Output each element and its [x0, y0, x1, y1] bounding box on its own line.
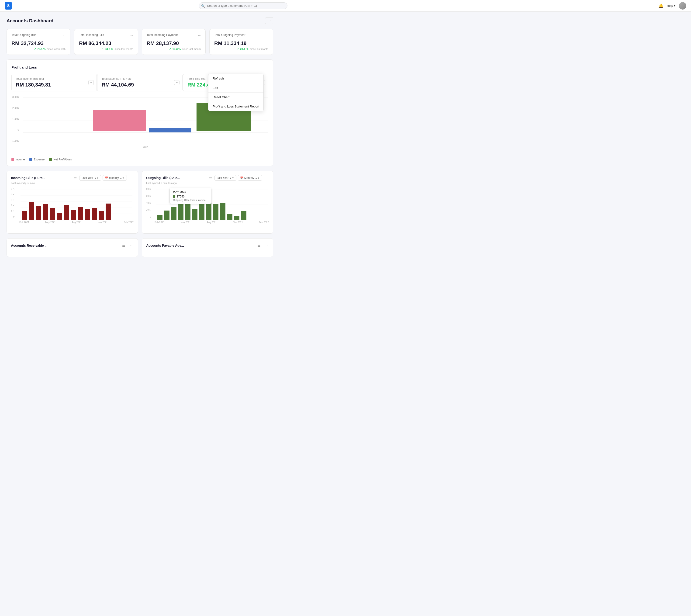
page-more-button[interactable]: ···	[265, 17, 273, 24]
legend-item: Net Profit/Loss	[49, 158, 72, 161]
accounts-receivable-header: Accounts Receivable ... ⚌ ···	[11, 243, 134, 248]
dropdown-menu-item[interactable]: Profit and Loss Statement Report	[208, 102, 263, 111]
kpi-row: Total Outgoing Bills ··· RM 32,724.93 ↗ …	[6, 29, 273, 55]
pl-collapse-button[interactable]: −	[174, 80, 179, 85]
svg-rect-11	[22, 211, 27, 220]
kpi-card-footer: ↗ 73.4 % since last month	[12, 47, 66, 50]
dropdown-menu-item[interactable]: Refresh	[208, 74, 263, 83]
page-title: Accounts Dashboard	[6, 18, 53, 24]
in-x-aug2021: Aug 2021	[72, 221, 82, 224]
kpi-card-total-outgoing-payment: Total Outgoing Payment ··· RM 11,334.19 …	[209, 29, 273, 55]
outgoing-bills-title: Outgoing Bills (Sale...	[146, 176, 180, 180]
kpi-pct: 23.1 %	[240, 48, 248, 50]
outgoing-bills-period-dropdown[interactable]: Last Year ▲▼	[215, 175, 237, 181]
accounts-payable-filter-button[interactable]: ⚌	[256, 243, 262, 248]
kpi-arrow-icon: ↗	[102, 47, 104, 50]
kpi-card-value: RM 32,724.93	[12, 40, 66, 46]
svg-rect-23	[106, 203, 111, 220]
incoming-bills-frequency-dropdown[interactable]: 📅 Monthly ▲▼	[103, 175, 127, 181]
pl-summary-item-1: Total Expense This Year RM 44,104.69 −	[97, 74, 182, 91]
svg-rect-36	[206, 201, 211, 220]
help-button[interactable]: Help ▾	[667, 4, 676, 7]
outgoing-bills-frequency-dropdown[interactable]: 📅 Monthly ▲▼	[238, 175, 262, 181]
svg-rect-33	[185, 197, 191, 220]
kpi-card-title: Total Outgoing Payment	[214, 34, 245, 37]
incoming-bills-controls: ⚌ Last Year ▲▼ 📅 Monthly ▲▼ ···	[72, 175, 134, 181]
user-avatar[interactable]	[679, 2, 686, 9]
outgoing-bills-panel: Outgoing Bills (Sale... ⚌ Last Year ▲▼ 📅…	[142, 171, 273, 234]
profit-loss-more-button[interactable]: ···	[263, 64, 268, 70]
kpi-card-more-button[interactable]: ···	[63, 34, 66, 37]
bottom-row: Accounts Receivable ... ⚌ ··· Accounts P…	[6, 238, 273, 257]
out-calendar-icon: 📅	[240, 176, 243, 179]
outgoing-bills-subtitle: Last synced 6 minutes ago	[146, 182, 269, 184]
svg-rect-35	[199, 193, 204, 220]
kpi-card-title: Total Incoming Payment	[147, 34, 178, 37]
outgoing-bills-chart	[155, 190, 269, 220]
in-y-2k: 2 K	[11, 204, 15, 207]
search-bar[interactable]: 🔍	[199, 2, 287, 9]
main-content: Accounts Dashboard ··· Total Outgoing Bi…	[0, 12, 280, 263]
svg-rect-32	[178, 203, 183, 220]
kpi-card-footer: ↗ 33.2 % since last month	[79, 47, 133, 50]
y-axis-300k: 300 K	[13, 95, 19, 98]
svg-rect-12	[29, 202, 34, 220]
incoming-bills-more-button[interactable]: ···	[128, 175, 134, 181]
app-logo: S	[5, 2, 12, 9]
topnav: S 🔍 🔔 Help ▾	[0, 0, 691, 12]
kpi-card-more-button[interactable]: ···	[266, 34, 268, 37]
income-bar	[93, 110, 146, 131]
kpi-card-header: Total Outgoing Bills ···	[12, 34, 66, 37]
in-y-1k: 1 K	[11, 210, 15, 213]
kpi-card-header: Total Incoming Bills ···	[79, 34, 133, 37]
incoming-bills-filter-button[interactable]: ⚌	[72, 175, 78, 181]
in-x-feb2022: Feb 2022	[124, 221, 134, 224]
incoming-bills-subtitle: Last synced just now	[11, 182, 134, 184]
kpi-since: since last month	[115, 48, 133, 50]
kpi-card-total-outgoing-bills: Total Outgoing Bills ··· RM 32,724.93 ↗ …	[6, 29, 70, 55]
profit-loss-panel: Profit and Loss ⚌ ··· Total Income This …	[6, 60, 273, 166]
panels-row: Incoming Bills (Purc... ⚌ Last Year ▲▼ 📅…	[6, 171, 273, 234]
svg-rect-22	[98, 211, 104, 220]
dropdown-menu-item[interactable]: Reset Chart	[208, 92, 263, 102]
pl-summary-value: RM 44,104.69	[102, 82, 178, 88]
out-y-60k: 60 K	[146, 195, 151, 197]
kpi-arrow-icon: ↗	[169, 47, 171, 50]
kpi-card-more-button[interactable]: ···	[130, 34, 133, 37]
pl-collapse-button[interactable]: −	[88, 80, 94, 85]
kpi-card-title: Total Incoming Bills	[79, 34, 104, 37]
out-frequency-caret-icon: ▲▼	[255, 177, 260, 179]
topnav-right: 🔔 Help ▾	[659, 2, 686, 9]
kpi-since: since last month	[182, 48, 201, 50]
incoming-bills-period-dropdown[interactable]: Last Year ▲▼	[79, 175, 101, 181]
kpi-arrow-icon: ↗	[34, 47, 36, 50]
kpi-card-value: RM 28,137.90	[147, 40, 201, 46]
outgoing-bills-filter-button[interactable]: ⚌	[208, 175, 213, 181]
legend-color-dot	[12, 158, 14, 161]
dropdown-menu-item[interactable]: Edit	[208, 83, 263, 92]
accounts-payable-header: Accounts Payable Age... ⚌ ···	[146, 243, 269, 248]
in-y-5k: 5 K	[11, 188, 15, 190]
pl-summary-label: Total Expense This Year	[102, 77, 178, 81]
kpi-pct: 33.2 %	[105, 48, 113, 50]
accounts-receivable-more-button[interactable]: ···	[128, 243, 134, 248]
notification-bell-icon[interactable]: 🔔	[659, 3, 664, 8]
frequency-caret-icon: ▲▼	[120, 177, 125, 179]
svg-rect-29	[157, 215, 162, 220]
period-caret-icon: ▲▼	[94, 177, 99, 179]
kpi-card-header: Total Incoming Payment ···	[147, 34, 201, 37]
out-x-feb2022: Feb 2022	[259, 221, 269, 224]
outgoing-bills-controls: ⚌ Last Year ▲▼ 📅 Monthly ▲▼ ···	[208, 175, 269, 181]
y-axis-100k: 100 K	[13, 117, 19, 120]
search-input[interactable]	[199, 2, 287, 9]
outgoing-bills-more-button[interactable]: ···	[263, 175, 269, 181]
profit-loss-actions: ⚌ ···	[256, 64, 268, 70]
incoming-bills-chart	[19, 190, 134, 220]
accounts-receivable-filter-button[interactable]: ⚌	[121, 243, 126, 248]
accounts-payable-more-button[interactable]: ···	[263, 243, 269, 248]
accounts-receivable-panel: Accounts Receivable ... ⚌ ···	[6, 238, 138, 257]
kpi-card-more-button[interactable]: ···	[198, 34, 201, 37]
pl-summary-item-0: Total Income This Year RM 180,349.81 −	[12, 74, 97, 91]
pl-summary-value: RM 180,349.81	[16, 82, 92, 88]
profit-loss-filter-button[interactable]: ⚌	[256, 64, 261, 70]
